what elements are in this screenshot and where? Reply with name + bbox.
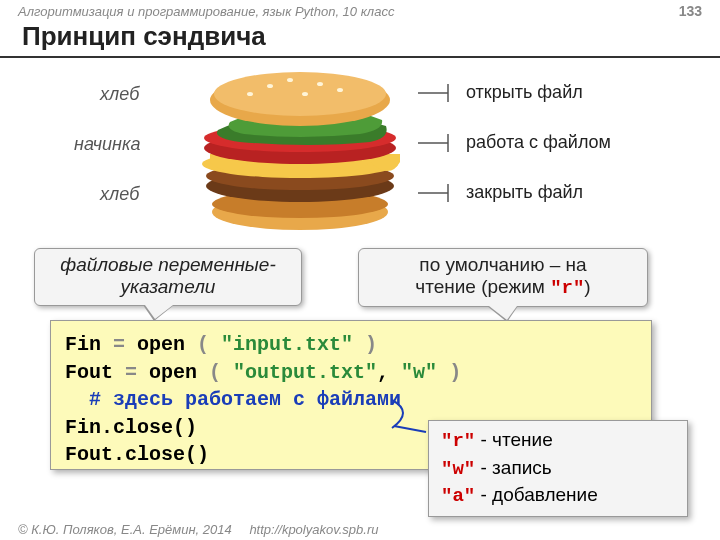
- callout-line: файловые переменные-: [47, 254, 289, 276]
- header: Алгоритмизация и программирование, язык …: [0, 0, 720, 19]
- course-label: Алгоритмизация и программирование, язык …: [18, 4, 394, 19]
- svg-point-13: [247, 92, 253, 96]
- modes-box: "r" - чтение "w" - запись "a" - добавлен…: [428, 420, 688, 517]
- code-line: Fout = open ( "output.txt", "w" ): [65, 359, 637, 387]
- copyright: © К.Ю. Поляков, Е.А. Ерёмин, 2014: [18, 522, 232, 537]
- close-file-label: закрыть файл: [466, 182, 583, 203]
- source-url[interactable]: http://kpolyakov.spb.ru: [249, 522, 378, 537]
- svg-point-9: [267, 84, 273, 88]
- page-title: Принцип сэндвича: [0, 19, 720, 58]
- bracket-icon: [418, 82, 454, 104]
- callout-line: по умолчанию – на: [371, 254, 635, 276]
- code-line: Fin = open ( "input.txt" ): [65, 331, 637, 359]
- mode-row: "a" - добавление: [441, 482, 675, 510]
- filling-label: начинка: [74, 134, 140, 155]
- svg-point-10: [287, 78, 293, 82]
- main-area: хлеб начинка хлеб открыть файл работа с …: [0, 58, 720, 488]
- callout-line: чтение (режим "r"): [371, 276, 635, 299]
- code-line: # здесь работаем с файлами: [65, 386, 637, 414]
- svg-point-14: [302, 92, 308, 96]
- svg-point-12: [337, 88, 343, 92]
- footer: © К.Ю. Поляков, Е.А. Ерёмин, 2014 http:/…: [18, 522, 378, 537]
- sandwich-icon: [190, 64, 410, 234]
- work-file-label: работа с файлом: [466, 132, 611, 153]
- bread-bottom-label: хлеб: [100, 184, 139, 205]
- mode-row: "r" - чтение: [441, 427, 675, 455]
- mode-row: "w" - запись: [441, 455, 675, 483]
- bracket-icon: [418, 182, 454, 204]
- callout-line: указатели: [47, 276, 289, 298]
- open-file-label: открыть файл: [466, 82, 583, 103]
- callout-file-vars: файловые переменные- указатели: [34, 248, 302, 306]
- svg-point-11: [317, 82, 323, 86]
- bracket-icon: [418, 132, 454, 154]
- bread-top-label: хлеб: [100, 84, 139, 105]
- page-number: 133: [679, 3, 702, 19]
- callout-default-mode: по умолчанию – на чтение (режим "r"): [358, 248, 648, 307]
- svg-point-8: [214, 72, 386, 116]
